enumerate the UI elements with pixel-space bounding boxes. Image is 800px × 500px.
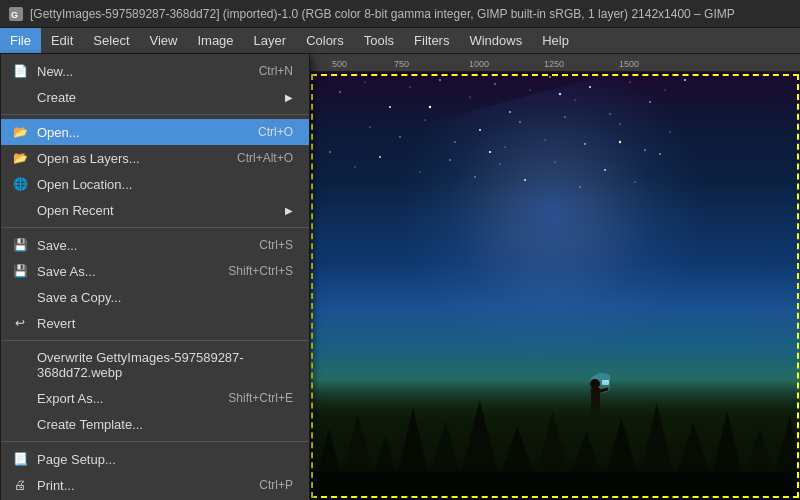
menu-item-view[interactable]: View xyxy=(140,28,188,53)
menu-entry-create-template[interactable]: Create Template... xyxy=(1,411,309,437)
menu-separator xyxy=(1,340,309,341)
menu-entry-open-layers[interactable]: 📂Open as Layers...Ctrl+Alt+O xyxy=(1,145,309,171)
revert-icon: ↩ xyxy=(11,314,29,332)
menu-entry-open-recent[interactable]: Open Recent▶ xyxy=(1,197,309,223)
image-container xyxy=(310,72,800,500)
menu-item-windows[interactable]: Windows xyxy=(459,28,532,53)
menu-entry-page-setup[interactable]: 📃Page Setup... xyxy=(1,446,309,472)
svg-point-47 xyxy=(489,151,491,153)
menu-entry-overwrite[interactable]: Overwrite GettyImages-597589287-368dd72.… xyxy=(1,345,309,385)
open-layers-icon: 📂 xyxy=(11,149,29,167)
trees-svg xyxy=(310,372,800,500)
menu-entry-revert[interactable]: ↩Revert xyxy=(1,310,309,336)
ruler-mark-1250: 1250 xyxy=(544,59,564,69)
svg-point-38 xyxy=(499,163,500,164)
file-dropdown-menu: 📄New...Ctrl+NCreate▶📂Open...Ctrl+O📂Open … xyxy=(0,54,310,500)
page-setup-icon: 📃 xyxy=(11,450,29,468)
svg-point-40 xyxy=(555,162,556,163)
menu-entry-open-location[interactable]: 🌐Open Location... xyxy=(1,171,309,197)
menu-entry-label-page-setup: Page Setup... xyxy=(37,452,293,467)
svg-point-21 xyxy=(425,120,426,121)
save-icon: 💾 xyxy=(11,236,29,254)
svg-rect-71 xyxy=(310,471,800,500)
ruler-top: 500750100012501500 xyxy=(310,54,800,72)
svg-point-10 xyxy=(529,89,530,90)
print-icon: 🖨 xyxy=(11,476,29,494)
submenu-arrow-open-recent: ▶ xyxy=(285,205,293,216)
svg-point-12 xyxy=(575,100,576,101)
menu-entry-label-save-as: Save As... xyxy=(37,264,208,279)
menu-bar: FileEditSelectViewImageLayerColorsToolsF… xyxy=(0,28,800,54)
menu-separator xyxy=(1,441,309,442)
menu-entry-shortcut-new: Ctrl+N xyxy=(259,64,293,78)
menu-entry-label-open: Open... xyxy=(37,125,238,140)
svg-point-14 xyxy=(609,113,610,114)
menu-item-image[interactable]: Image xyxy=(187,28,243,53)
svg-point-26 xyxy=(545,140,546,141)
svg-point-8 xyxy=(494,83,495,84)
menu-entry-label-export-as: Export As... xyxy=(37,391,208,406)
svg-point-39 xyxy=(524,179,526,181)
menu-item-layer[interactable]: Layer xyxy=(244,28,297,53)
menu-entry-save-as[interactable]: 💾Save As...Shift+Ctrl+S xyxy=(1,258,309,284)
menu-entry-shortcut-export-as: Shift+Ctrl+E xyxy=(228,391,293,405)
menu-entry-shortcut-save: Ctrl+S xyxy=(259,238,293,252)
svg-point-28 xyxy=(584,143,586,145)
svg-point-34 xyxy=(379,156,381,158)
menu-entry-create[interactable]: Create▶ xyxy=(1,84,309,110)
menu-entry-label-save: Save... xyxy=(37,238,239,253)
menu-entry-shortcut-open-layers: Ctrl+Alt+O xyxy=(237,151,293,165)
menu-entry-shortcut-open: Ctrl+O xyxy=(258,125,293,139)
menu-entry-label-revert: Revert xyxy=(37,316,293,331)
svg-point-45 xyxy=(429,106,431,108)
menu-entry-label-create: Create xyxy=(37,90,277,105)
svg-point-15 xyxy=(629,81,630,82)
open-icon: 📂 xyxy=(11,123,29,141)
svg-point-22 xyxy=(454,141,455,142)
svg-point-32 xyxy=(329,151,330,152)
menu-entry-shortcut-save-as: Shift+Ctrl+S xyxy=(228,264,293,278)
menu-entry-open[interactable]: 📂Open...Ctrl+O xyxy=(1,119,309,145)
menu-separator xyxy=(1,227,309,228)
svg-point-9 xyxy=(509,111,511,113)
menu-item-filters[interactable]: Filters xyxy=(404,28,459,53)
menu-entry-label-print: Print... xyxy=(37,478,239,493)
menu-entry-export-as[interactable]: Export As...Shift+Ctrl+E xyxy=(1,385,309,411)
svg-point-2 xyxy=(339,91,340,92)
menu-item-help[interactable]: Help xyxy=(532,28,579,53)
menu-entry-print[interactable]: 🖨Print...Ctrl+P xyxy=(1,472,309,498)
menu-item-select[interactable]: Select xyxy=(83,28,139,53)
menu-entry-new[interactable]: 📄New...Ctrl+N xyxy=(1,58,309,84)
svg-point-20 xyxy=(399,136,401,138)
menu-entry-save[interactable]: 💾Save...Ctrl+S xyxy=(1,232,309,258)
image-background xyxy=(310,72,800,500)
app-icon: G xyxy=(8,6,24,22)
svg-point-6 xyxy=(439,79,441,81)
svg-point-35 xyxy=(420,172,421,173)
menu-entry-save-copy[interactable]: Save a Copy... xyxy=(1,284,309,310)
menu-item-tools[interactable]: Tools xyxy=(354,28,404,53)
svg-point-18 xyxy=(684,79,686,81)
svg-point-46 xyxy=(559,93,562,96)
submenu-arrow-create: ▶ xyxy=(285,92,293,103)
svg-point-19 xyxy=(369,126,370,127)
menu-entry-label-open-layers: Open as Layers... xyxy=(37,151,217,166)
svg-point-43 xyxy=(634,181,635,182)
svg-point-13 xyxy=(589,86,591,88)
ruler-mark-1500: 1500 xyxy=(619,59,639,69)
ruler-mark-750: 750 xyxy=(394,59,409,69)
menu-item-file[interactable]: File xyxy=(0,28,41,53)
svg-point-5 xyxy=(409,86,410,87)
svg-point-24 xyxy=(504,146,505,147)
menu-entry-shortcut-print: Ctrl+P xyxy=(259,478,293,492)
ruler-marks: 500750100012501500 xyxy=(314,54,800,71)
title-bar: G [GettyImages-597589287-368dd72] (impor… xyxy=(0,0,800,28)
svg-point-23 xyxy=(479,129,481,131)
menu-item-edit[interactable]: Edit xyxy=(41,28,83,53)
menu-entry-label-new: New... xyxy=(37,64,239,79)
svg-point-41 xyxy=(579,186,580,187)
svg-point-42 xyxy=(604,169,606,171)
canvas-area: 500750100012501500 xyxy=(310,54,800,500)
menu-item-colors[interactable]: Colors xyxy=(296,28,354,53)
svg-point-31 xyxy=(670,132,671,133)
